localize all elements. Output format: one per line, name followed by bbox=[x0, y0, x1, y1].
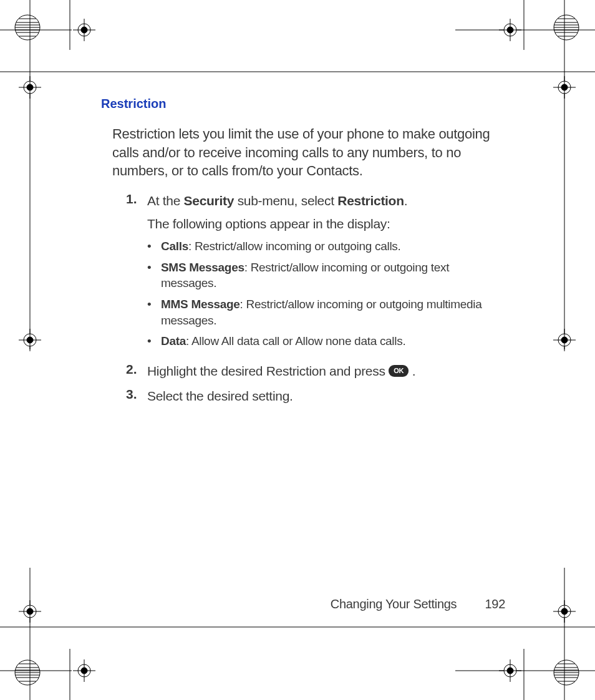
bullet-bold: Calls bbox=[161, 240, 188, 253]
step-body: Select the desired setting. bbox=[147, 387, 293, 406]
step-bold: Security bbox=[184, 193, 234, 208]
bullet-mark: • bbox=[147, 260, 161, 291]
step-text: . bbox=[412, 364, 416, 378]
intro-paragraph: Restriction lets you limit the use of yo… bbox=[112, 125, 500, 180]
bullet-body: Data: Allow All data call or Allow none … bbox=[161, 333, 405, 349]
bullet-item: • SMS Messages: Restrict/allow incoming … bbox=[147, 260, 485, 291]
step-subline: The following options appear in the disp… bbox=[147, 215, 485, 233]
step-text: . bbox=[404, 193, 408, 208]
step-bold: Restriction bbox=[337, 193, 404, 208]
step-2: 2. Highlight the desired Restriction and… bbox=[126, 362, 500, 381]
bullet-bold: MMS Message bbox=[161, 298, 240, 311]
step-body: Highlight the desired Restriction and pr… bbox=[147, 362, 415, 381]
step-number: 1. bbox=[126, 192, 147, 356]
page: Restriction Restriction lets you limit t… bbox=[0, 0, 595, 700]
bullet-mark: • bbox=[147, 296, 161, 328]
section-heading: Restriction bbox=[101, 97, 500, 111]
bullet-item: • MMS Message: Restrict/allow incoming o… bbox=[147, 296, 485, 328]
bullet-mark: • bbox=[147, 238, 161, 255]
bullet-item: • Data: Allow All data call or Allow non… bbox=[147, 333, 485, 349]
bullet-body: SMS Messages: Restrict/allow incoming or… bbox=[161, 260, 485, 291]
content-area: Restriction Restriction lets you limit t… bbox=[101, 97, 500, 412]
bullet-list: • Calls: Restrict/allow incoming or outg… bbox=[147, 238, 485, 349]
bullet-rest: : Restrict/allow incoming or outgoing ca… bbox=[188, 240, 401, 253]
bullet-bold: Data bbox=[161, 334, 186, 348]
footer-page-number: 192 bbox=[485, 597, 505, 611]
step-number: 3. bbox=[126, 387, 147, 406]
step-number: 2. bbox=[126, 362, 147, 381]
step-text: Select the desired setting. bbox=[147, 389, 293, 403]
footer-section: Changing Your Settings bbox=[331, 597, 457, 611]
step-text: At the bbox=[147, 193, 184, 208]
bullet-body: MMS Message: Restrict/allow incoming or … bbox=[161, 296, 485, 328]
step-text: sub-menu, select bbox=[234, 193, 337, 208]
step-body: At the Security sub-menu, select Restric… bbox=[147, 192, 485, 356]
step-1: 1. At the Security sub-menu, select Rest… bbox=[126, 192, 500, 356]
ok-button-icon: OK bbox=[389, 365, 409, 377]
page-footer: Changing Your Settings 192 bbox=[0, 597, 505, 611]
bullet-bold: SMS Messages bbox=[161, 261, 244, 274]
bullet-mark: • bbox=[147, 333, 161, 349]
bullet-rest: : Allow All data call or Allow none data… bbox=[186, 334, 405, 348]
bullet-item: • Calls: Restrict/allow incoming or outg… bbox=[147, 238, 485, 255]
steps-list: 1. At the Security sub-menu, select Rest… bbox=[126, 192, 500, 406]
bullet-body: Calls: Restrict/allow incoming or outgoi… bbox=[161, 238, 401, 255]
step-3: 3. Select the desired setting. bbox=[126, 387, 500, 406]
step-text: Highlight the desired Restriction and pr… bbox=[147, 364, 389, 378]
